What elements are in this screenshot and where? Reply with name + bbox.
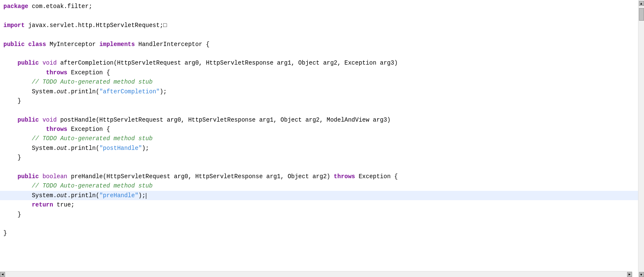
code-line-1: package com.etoak.filter; [0, 2, 638, 11]
vertical-scrollbar[interactable]: ▲ ▼ [638, 0, 644, 277]
code-line-10: System.out.println("afterCompletion"); [0, 87, 638, 96]
code-line-15: // TODO Auto-generated method stub [0, 134, 638, 143]
editor-container: package com.etoak.filter; import javax.s… [0, 0, 644, 277]
horizontal-scrollbar[interactable]: ◀ ▶ [0, 271, 632, 277]
code-line-9: // TODO Auto-generated method stub [0, 77, 638, 87]
code-line-21: System.out.println("preHandle"); [0, 191, 638, 200]
code-line-18 [0, 163, 638, 172]
scrollbar-h-right-arrow[interactable]: ▶ [627, 272, 632, 277]
code-area[interactable]: package com.etoak.filter; import javax.s… [0, 0, 638, 277]
code-line-14: throws Exception { [0, 125, 638, 134]
code-line-25: } [0, 228, 638, 238]
code-line-7: public void afterCompletion(HttpServletR… [0, 58, 638, 68]
code-line-8: throws Exception { [0, 68, 638, 77]
code-line-5: public class MyInterceptor implements Ha… [0, 40, 638, 49]
scrollbar-v-thumb[interactable] [639, 8, 644, 21]
code-line-19: public boolean preHandle(HttpServletRequ… [0, 172, 638, 181]
code-line-12 [0, 106, 638, 115]
code-line-17: } [0, 153, 638, 162]
code-line-3: import javax.servlet.http.HttpServletReq… [0, 21, 638, 30]
code-line-24 [0, 219, 638, 228]
scrollbar-h-left-arrow[interactable]: ◀ [0, 272, 5, 277]
code-line-16: System.out.println("postHandle"); [0, 144, 638, 153]
code-line-4 [0, 30, 638, 39]
scrollbar-v-track[interactable] [639, 6, 644, 272]
scrollbar-up-arrow[interactable]: ▲ [639, 1, 644, 6]
scrollbar-h-track[interactable] [5, 272, 627, 277]
code-line-23: } [0, 210, 638, 219]
code-line-13: public void postHandle(HttpServletReques… [0, 115, 638, 125]
scrollbar-down-arrow[interactable]: ▼ [639, 272, 644, 277]
code-line-20: // TODO Auto-generated method stub [0, 181, 638, 190]
code-line-6 [0, 49, 638, 58]
code-line-2 [0, 11, 638, 20]
code-line-11: } [0, 96, 638, 106]
code-line-22: return true; [0, 200, 638, 209]
